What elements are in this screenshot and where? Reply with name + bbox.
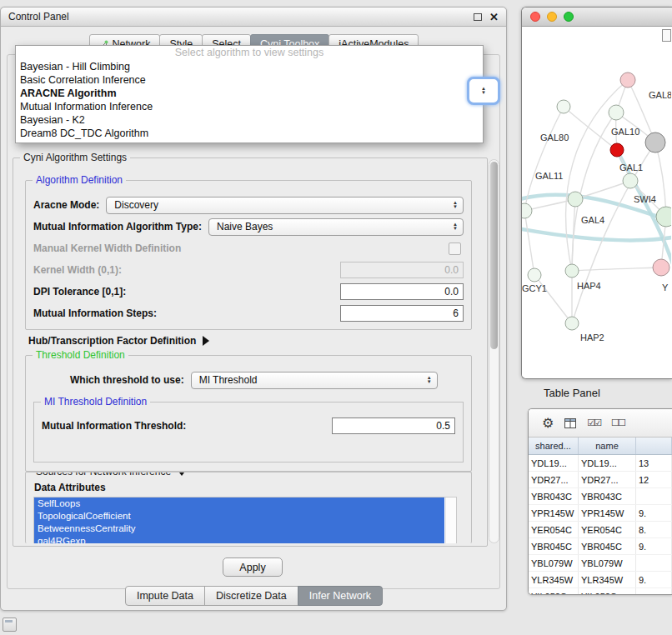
dropdown-item-bayesian-hill-climbing[interactable]: Bayesian - Hill Climbing [16,60,483,73]
cell: 8. [636,522,672,538]
combo-arrows-icon [451,222,459,231]
dropdown-item-bayesian-k2[interactable]: Bayesian - K2 [16,113,483,127]
hub-definition-toggle[interactable]: Hub/Transcription Factor Definition [28,335,209,347]
cell: YLR345W [579,572,636,588]
close-icon[interactable]: ✕ [489,12,499,22]
attribute-item-gal4rgexp[interactable]: gal4RGexp [34,535,444,543]
table-row[interactable]: YBR045CYBR045C9. [529,538,672,555]
attribute-item-topologicalcoefficient[interactable]: TopologicalCoefficient [34,510,444,522]
threshold-definition-title: Threshold Definition [33,349,128,362]
aracne-mode-combobox[interactable]: Discovery [106,197,464,214]
cell: YLR345W [529,572,579,588]
column-header-2[interactable] [636,438,672,454]
network-node[interactable] [528,268,541,282]
network-node[interactable] [557,100,570,113]
algorithm-dropdown-popup: Select algorithm to view settings Bayesi… [15,45,484,143]
cell: YER054C [579,522,636,538]
network-node[interactable] [522,203,532,218]
dropdown-item-mutual-information-inference[interactable]: Mutual Information Inference [16,100,483,113]
network-node-label: GCY1 [522,283,547,293]
network-node-label: SWI4 [634,194,656,204]
table-row[interactable]: YLR345WYLR345W9. [529,572,672,588]
network-window-titlebar[interactable] [522,8,672,27]
mi-steps-input[interactable] [340,305,464,322]
dropdown-item-basic-correlation-inference[interactable]: Basic Correlation Inference [16,73,483,87]
table-row[interactable]: YBR043CYBR043C [529,488,672,505]
network-node[interactable] [568,192,583,207]
table-row[interactable]: YPR145WYPR145W9. [529,505,672,522]
network-node[interactable] [623,173,638,188]
network-node-label: GAL8 [649,90,671,100]
control-panel-titlebar[interactable]: Control Panel ✕ [1,8,506,27]
table-row[interactable]: YIL052CYIL052C [529,588,672,595]
select-all-rows-icon[interactable]: ☑☑ [587,418,600,428]
combo-arrows-icon [425,376,434,384]
algorithm-selector-combobox[interactable] [467,77,500,105]
table-rows: YDL19...YDL19...13YDR27...YDR27...12YBR0… [529,455,672,595]
cell: YBR043C [529,488,579,504]
table-row[interactable]: YDL19...YDL19...13 [529,455,672,472]
attribute-item-selfloops[interactable]: SelfLoops [34,498,444,510]
kernel-width-input[interactable] [340,262,464,278]
manual-kernel-checkbox[interactable] [449,242,461,255]
minimize-traffic-light[interactable] [547,12,557,22]
network-node[interactable] [565,264,579,278]
desktop: Control Panel ✕ NetworkStyleSelectCyni T… [0,0,672,635]
which-threshold-combobox[interactable]: MI Threshold [191,372,438,389]
bottom-tab-impute-data[interactable]: Impute Data [125,586,205,606]
network-canvas[interactable]: GAL8GAL80GAL10GAL1GAL11SWI4GAL4GCY1HAP4Y… [522,27,672,378]
network-node-label: GAL4 [581,215,604,225]
cell: YBL079W [529,555,579,571]
which-threshold-value: MI Threshold [199,374,425,386]
gear-icon[interactable]: ⚙ [542,417,554,430]
cell: 9. [636,505,672,521]
network-overview-toggle[interactable] [662,29,671,42]
attributes-list-scrollbar[interactable] [445,498,456,543]
scrollbar-thumb[interactable] [490,162,498,349]
table-panel-window: ⚙ ☑☑ ☐☐ shared...name YDL19...YDL19...13… [528,408,672,595]
dropdown-item-aracne-algorithm[interactable]: ARACNE Algorithm [16,87,483,100]
column-header-name[interactable]: name [579,438,636,454]
network-node[interactable] [609,105,624,120]
bottom-tab-infer-network[interactable]: Infer Network [298,586,383,606]
dpi-tolerance-input[interactable] [340,283,464,300]
network-edge [572,112,616,271]
cell: YIL052C [529,588,579,595]
deselect-all-rows-icon[interactable]: ☐☐ [611,418,624,428]
network-node[interactable] [565,317,579,330]
close-traffic-light[interactable] [530,12,540,22]
table-row[interactable]: YBL079WYBL079W [529,555,672,572]
zoom-traffic-light[interactable] [564,12,574,22]
cell: YER054C [529,522,579,538]
mi-type-value: Naive Bayes [217,221,451,232]
network-node[interactable] [645,132,665,152]
attribute-item-betweennesscentrality[interactable]: BetweennessCentrality [34,522,444,535]
network-edge [524,211,534,275]
network-edge [522,228,671,241]
dropdown-item-dream8-dc-tdc-algorithm[interactable]: Dream8 DC_TDC Algorithm [16,127,483,140]
table-row[interactable]: YDR27...YDR27...12 [529,472,672,488]
mi-type-combobox[interactable]: Naive Bayes [208,218,464,236]
sources-title[interactable]: Sources for Network Inference [33,472,190,478]
mi-steps-row: Mutual Information Steps: [33,302,464,324]
apply-button[interactable]: Apply [223,558,283,577]
network-node[interactable] [620,72,635,88]
threshold-definition-group: Threshold Definition Which threshold to … [25,355,472,472]
table-row[interactable]: YER054CYER054C8. [529,522,672,538]
mi-threshold-input[interactable] [332,418,455,434]
network-node-label: GAL10 [611,127,639,137]
network-node-label: GAL1 [619,162,643,172]
column-header-shared[interactable]: shared... [529,438,579,454]
kernel-width-row: Kernel Width (0,1): [33,259,464,281]
cell: YDL19... [579,455,636,471]
network-edge [572,268,661,271]
network-node[interactable] [610,143,624,157]
settings-scrollbar[interactable] [489,159,499,543]
columns-icon[interactable] [564,418,576,428]
minimized-panel-icon[interactable] [3,618,17,632]
network-node[interactable] [653,259,669,276]
float-window-icon[interactable] [474,13,482,21]
network-node[interactable] [656,207,671,227]
bottom-tab-discretize-data[interactable]: Discretize Data [204,586,298,606]
data-attributes-list[interactable]: SelfLoopsTopologicalCoefficientBetweenne… [33,497,457,543]
